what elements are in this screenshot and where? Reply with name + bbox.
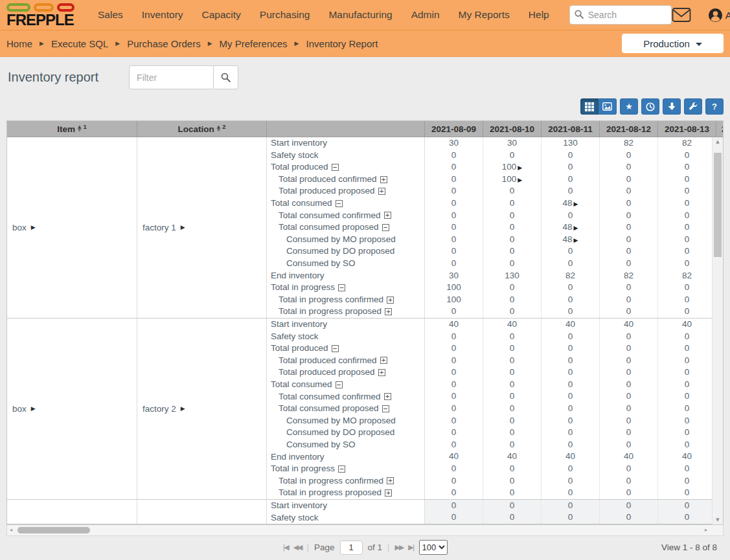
column-header-location[interactable]: Location▲▼2 bbox=[137, 121, 267, 137]
horizontal-scrollbar[interactable]: ◂ ▸ bbox=[6, 525, 724, 536]
nav-item-sales[interactable]: Sales bbox=[98, 9, 123, 21]
breadcrumb-item-inventory-report[interactable]: Inventory Report bbox=[306, 38, 378, 49]
column-header-date[interactable]: 2021-08-10 bbox=[483, 121, 542, 137]
column-header-date[interactable]: 2021-08-09 bbox=[425, 121, 483, 137]
last-page-button[interactable]: ▶| bbox=[408, 543, 413, 552]
value-cell: 30 bbox=[483, 137, 542, 150]
page-size-select[interactable]: 100 bbox=[419, 540, 448, 555]
graph-view-button[interactable] bbox=[599, 98, 617, 115]
breadcrumb-item-my-preferences[interactable]: My Preferences bbox=[220, 38, 288, 49]
inbox-envelope-icon[interactable] bbox=[672, 7, 691, 23]
prev-page-button[interactable]: ◀◀ bbox=[293, 543, 302, 552]
value-context-arrow-icon[interactable]: ▶ bbox=[574, 201, 578, 207]
value-cell: 0 bbox=[658, 511, 712, 524]
help-button[interactable]: ? bbox=[705, 98, 724, 115]
value-cell: 0 bbox=[658, 331, 712, 343]
value-context-arrow-icon[interactable]: ▶ bbox=[518, 177, 522, 183]
metric-label: Consumed by SO bbox=[286, 439, 356, 451]
expand-icon[interactable]: + bbox=[378, 369, 385, 376]
nav-item-inventory[interactable]: Inventory bbox=[142, 9, 183, 21]
nav-item-manufacturing[interactable]: Manufacturing bbox=[328, 9, 392, 21]
horizontal-scrollbar-thumb[interactable] bbox=[17, 527, 90, 533]
column-header-date[interactable]: 2021-08-13 bbox=[658, 121, 716, 137]
filter-search-button[interactable] bbox=[213, 65, 238, 89]
expand-icon[interactable]: + bbox=[384, 212, 391, 219]
nav-item-purchasing[interactable]: Purchasing bbox=[260, 9, 310, 21]
value-cell: 0 bbox=[658, 306, 712, 318]
metric-label-cell: Consumed by DO proposed bbox=[267, 427, 425, 439]
vertical-scrollbar-thumb[interactable] bbox=[714, 153, 722, 257]
collapse-icon[interactable]: − bbox=[336, 381, 343, 388]
collapse-icon[interactable]: − bbox=[336, 200, 343, 207]
metric-label: Consumed by MO proposed bbox=[286, 234, 396, 245]
breadcrumb-item-execute-sql[interactable]: Execute SQL bbox=[51, 38, 108, 49]
collapse-icon[interactable]: − bbox=[338, 465, 345, 473]
scroll-up-arrow-icon[interactable]: ▲ bbox=[713, 139, 723, 144]
collapse-icon[interactable]: − bbox=[382, 224, 389, 231]
user-menu[interactable]: Admin bbox=[708, 8, 730, 23]
value-cell: 130 bbox=[483, 270, 542, 282]
collapse-icon[interactable]: − bbox=[332, 164, 339, 171]
item-context-arrow-icon[interactable]: ▶ bbox=[31, 405, 36, 412]
search-icon bbox=[575, 10, 584, 21]
search-input[interactable] bbox=[569, 5, 672, 25]
filter-input[interactable] bbox=[129, 65, 213, 89]
expand-icon[interactable]: + bbox=[380, 176, 387, 183]
expand-icon[interactable]: + bbox=[387, 297, 394, 304]
item-cell[interactable]: box▶ bbox=[7, 319, 137, 499]
expand-icon[interactable]: + bbox=[380, 357, 387, 364]
metric-label-cell: Total produced proposed+ bbox=[267, 185, 425, 197]
expand-icon[interactable]: + bbox=[385, 489, 392, 497]
value-cell: 40 bbox=[425, 451, 483, 463]
grid-view-button[interactable] bbox=[580, 98, 599, 115]
location-context-arrow-icon[interactable]: ▶ bbox=[181, 405, 185, 412]
location-cell[interactable]: factory 2▶ bbox=[137, 319, 267, 499]
first-page-button[interactable]: |◀ bbox=[282, 543, 288, 552]
page-number-input[interactable] bbox=[340, 541, 363, 555]
expand-icon[interactable]: + bbox=[387, 477, 394, 484]
nav-item-help[interactable]: Help bbox=[529, 9, 549, 21]
breadcrumb-item-home[interactable]: Home bbox=[6, 38, 32, 49]
location-context-arrow-icon[interactable]: ▶ bbox=[181, 224, 185, 230]
scroll-left-arrow-icon[interactable]: ◂ bbox=[10, 527, 12, 533]
vertical-scrollbar[interactable]: ▲ ▼ bbox=[712, 137, 723, 524]
collapse-icon[interactable]: − bbox=[382, 405, 389, 412]
export-download-button[interactable] bbox=[663, 98, 681, 115]
location-cell[interactable]: factory 1▶ bbox=[137, 137, 267, 318]
table-row: Total in progress confirmed+1000000 bbox=[267, 294, 712, 306]
collapse-icon[interactable]: − bbox=[338, 284, 345, 291]
expand-icon[interactable]: + bbox=[378, 188, 385, 195]
nav-item-my-reports[interactable]: My Reports bbox=[459, 9, 510, 21]
time-buckets-button[interactable] bbox=[641, 98, 659, 115]
metric-label-cell: End inventory bbox=[267, 270, 425, 282]
value-cell: 0 bbox=[600, 161, 658, 174]
column-header-date[interactable]: 2021-08-12 bbox=[600, 121, 658, 137]
frepple-logo[interactable]: FREPPLE bbox=[6, 2, 74, 28]
nav-item-capacity[interactable]: Capacity bbox=[202, 9, 241, 21]
collapse-icon[interactable]: − bbox=[332, 345, 339, 352]
value-context-arrow-icon[interactable]: ▶ bbox=[518, 164, 522, 171]
item-context-arrow-icon[interactable]: ▶ bbox=[31, 224, 36, 230]
customize-button[interactable] bbox=[684, 98, 702, 115]
scroll-down-arrow-icon[interactable]: ▼ bbox=[713, 517, 723, 522]
metric-label: Consumed by DO proposed bbox=[286, 427, 394, 438]
value-cell: 0 bbox=[658, 294, 712, 306]
value-context-arrow-icon[interactable]: ▶ bbox=[574, 225, 578, 231]
value-context-arrow-icon[interactable]: ▶ bbox=[574, 237, 578, 243]
expand-icon[interactable]: + bbox=[385, 308, 392, 315]
column-header-date[interactable]: 2021-08-11 bbox=[542, 121, 600, 137]
value-cell: 0 bbox=[483, 366, 542, 379]
expand-icon[interactable]: + bbox=[384, 393, 391, 400]
scroll-right-arrow-icon[interactable]: ▸ bbox=[705, 527, 707, 533]
metric-label-cell: Total in progress proposed+ bbox=[267, 306, 425, 318]
scenario-dropdown-button[interactable]: Production bbox=[622, 34, 724, 53]
metric-label: Start inventory bbox=[271, 137, 327, 149]
value-cell: 130 bbox=[542, 137, 600, 150]
breadcrumb-item-purchase-orders[interactable]: Purchase Orders bbox=[127, 38, 200, 49]
column-header-item[interactable]: Item▲▼1 bbox=[7, 121, 137, 137]
nav-item-admin[interactable]: Admin bbox=[411, 9, 440, 21]
next-page-button[interactable]: ▶▶ bbox=[394, 543, 403, 552]
item-cell[interactable]: box▶ bbox=[7, 137, 137, 318]
value-cell: 0 bbox=[542, 306, 600, 318]
favorite-button[interactable]: ★ bbox=[620, 98, 638, 115]
